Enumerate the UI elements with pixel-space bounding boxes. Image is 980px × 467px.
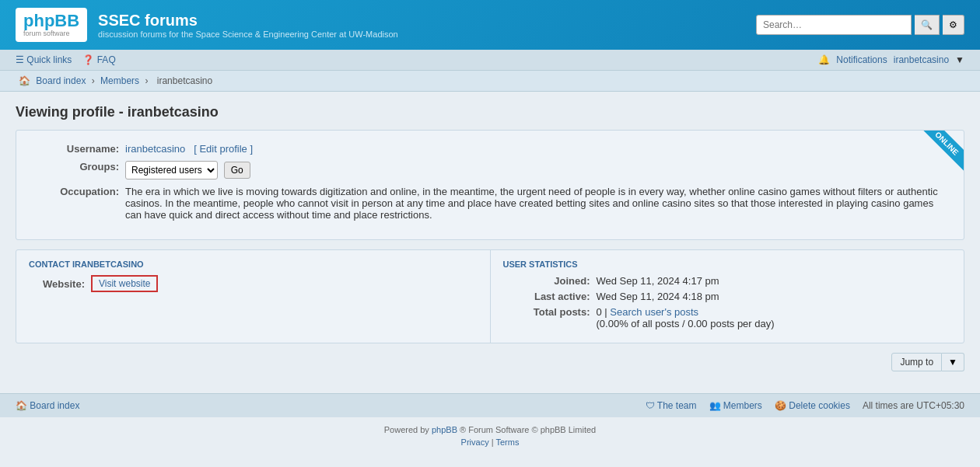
nav-right: 🔔 Notifications iranbetcasino ▼ [818,54,964,65]
footer-delete-cookies[interactable]: 🍪 Delete cookies [775,400,850,411]
groups-value: Registered users Go [125,161,948,179]
posts-percent: (0.00% of all posts / 0.00 posts per day… [597,318,775,329]
members-icon: 👥 [709,400,721,411]
footer-powered-by: Powered by phpBB ® Forum Software © phpB… [8,425,972,434]
occupation-row: Occupation: The era in which we live is … [32,186,948,221]
jump-to-button[interactable]: Jump to [891,353,942,371]
contact-section: CONTACT IRANBETCASINO Website: Visit web… [16,250,491,343]
joined-value: Wed Sep 11, 2024 4:17 pm [597,275,719,287]
groups-go-button[interactable]: Go [224,162,250,179]
breadcrumb-board-index[interactable]: Board index [36,75,86,86]
phpbb-link[interactable]: phpBB [432,425,457,434]
terms-link[interactable]: Terms [495,437,519,447]
logo-area: phpBB forum software SSEC forums discuss… [16,8,398,42]
bottom-footer: Powered by phpBB ® Forum Software © phpB… [0,417,980,458]
visit-website-button[interactable]: Visit website [91,275,158,292]
quicklinks-menu[interactable]: ☰ Quick links [16,54,72,65]
website-label: Website: [29,278,91,290]
phpbb-logo: phpBB [23,12,79,30]
page-title: Viewing profile - iranbetcasino [16,104,964,120]
logo-tagline: forum software [23,30,79,37]
stats-section-title: USER STATISTICS [503,260,952,269]
privacy-link[interactable]: Privacy [461,437,489,447]
faq-link[interactable]: ❓ FAQ [82,54,115,65]
last-active-value: Wed Sep 11, 2024 4:18 pm [597,291,719,302]
groups-select[interactable]: Registered users [125,161,218,179]
user-dropdown-icon[interactable]: ▼ [955,54,964,65]
jump-to-area: Jump to ▼ [16,353,964,371]
breadcrumb-current: iranbetcasino [157,75,212,86]
footer-the-team[interactable]: 🛡 The team [646,400,697,411]
footer-board-index[interactable]: 🏠 Board index [16,400,79,411]
site-header: phpBB forum software SSEC forums discuss… [0,0,980,50]
logo-box: phpBB forum software [16,8,87,42]
breadcrumb-members[interactable]: Members [100,75,139,86]
contact-section-title: CONTACT IRANBETCASINO [29,260,478,269]
footer-nav: 🏠 Board index 🛡 The team 👥 Members 🍪 Del… [0,393,980,417]
site-title: SSEC forums [98,12,398,30]
edit-profile-link[interactable]: [ Edit profile ] [194,143,253,155]
joined-row: Joined: Wed Sep 11, 2024 4:17 pm [503,275,952,287]
site-description: discussion forums for the Space Science … [98,30,398,39]
breadcrumb: 🏠 Board index › Members › iranbetcasino [0,71,980,92]
occupation-value: The era in which we live is moving towar… [125,186,948,221]
site-title-area: SSEC forums discussion forums for the Sp… [98,12,398,39]
groups-row: Groups: Registered users Go [32,161,948,179]
nav-left: ☰ Quick links ❓ FAQ [16,54,116,65]
main-content: Viewing profile - iranbetcasino ONLINE U… [0,92,980,393]
home-icon: 🏠 [19,75,30,86]
notifications-icon: 🔔 [818,54,830,65]
username-link[interactable]: iranbetcasino [125,143,185,155]
notifications-link[interactable]: Notifications [836,54,887,65]
contact-stats-box: CONTACT IRANBETCASINO Website: Visit web… [16,249,964,343]
occupation-label: Occupation: [32,186,125,197]
footer-members[interactable]: 👥 Members [709,400,762,411]
team-icon: 🛡 [646,400,655,411]
footer-legal: Privacy | Terms [8,437,972,447]
user-menu[interactable]: iranbetcasino [894,54,949,65]
search-posts-link[interactable]: Search user's posts [610,306,698,318]
username-label: Username: [32,143,125,155]
search-input[interactable] [756,15,912,35]
search-button[interactable]: 🔍 [915,15,940,35]
website-row: Website: Visit website [29,275,478,292]
advanced-search-button[interactable]: ⚙ [943,15,964,35]
groups-label: Groups: [32,161,125,173]
home-icon-footer: 🏠 [16,400,27,411]
footer-links: 🛡 The team 👥 Members 🍪 Delete cookies Al… [646,400,964,411]
stats-section: USER STATISTICS Joined: Wed Sep 11, 2024… [491,250,964,343]
profile-box: ONLINE Username: iranbetcasino [ Edit pr… [16,130,964,240]
username-value: iranbetcasino [ Edit profile ] [125,143,948,155]
last-active-label: Last active: [503,291,597,302]
navbar: ☰ Quick links ❓ FAQ 🔔 Notifications iran… [0,50,980,71]
last-active-row: Last active: Wed Sep 11, 2024 4:18 pm [503,291,952,302]
joined-label: Joined: [503,275,597,287]
cookies-icon: 🍪 [775,400,786,411]
total-posts-label: Total posts: [503,306,597,329]
total-posts-value: 0 | Search user's posts (0.00% of all po… [597,306,775,329]
search-area: 🔍 ⚙ [756,15,964,35]
timezone-text: All times are UTC+05:30 [863,400,964,411]
total-posts-row: Total posts: 0 | Search user's posts (0.… [503,306,952,329]
jump-to-dropdown[interactable]: ▼ [942,353,964,371]
username-row: Username: iranbetcasino [ Edit profile ] [32,143,948,155]
